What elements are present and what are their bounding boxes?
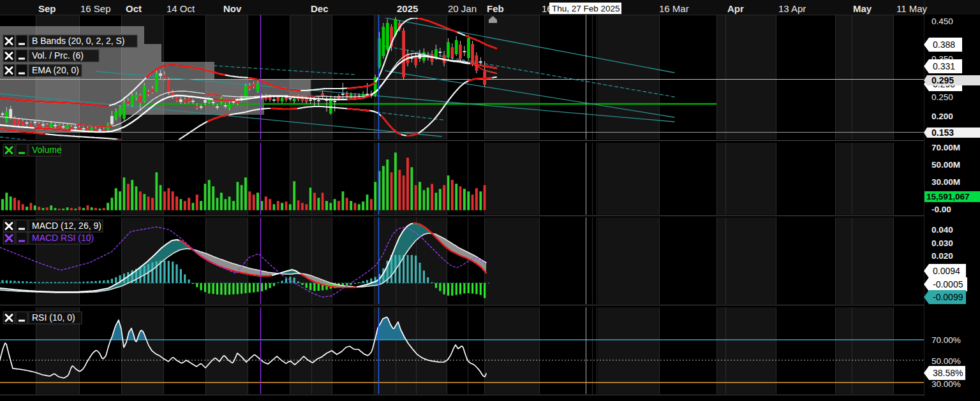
- svg-text:Oct: Oct: [126, 3, 142, 14]
- svg-text:30.00M: 30.00M: [932, 177, 960, 187]
- svg-text:0.030: 0.030: [932, 238, 953, 248]
- svg-text:0.450: 0.450: [932, 17, 953, 26]
- svg-text:EMA (20, 0): EMA (20, 0): [32, 65, 79, 75]
- svg-text:-0.00: -0.00: [932, 205, 951, 214]
- svg-text:Nov: Nov: [223, 3, 242, 14]
- svg-text:May: May: [853, 3, 872, 14]
- svg-text:Feb: Feb: [487, 3, 504, 14]
- svg-text:0.250: 0.250: [932, 92, 953, 102]
- svg-text:13 Apr: 13 Apr: [778, 3, 806, 14]
- svg-text:2025: 2025: [397, 3, 418, 14]
- svg-text:B Bands (20, 0, 2, 2, S): B Bands (20, 0, 2, 2, S): [32, 36, 125, 46]
- svg-text:Thu, 27 Feb 2025: Thu, 27 Feb 2025: [552, 4, 620, 13]
- svg-text:0.388: 0.388: [933, 40, 955, 50]
- svg-text:Sep: Sep: [38, 3, 56, 14]
- svg-text:RSI (10, 0): RSI (10, 0): [32, 312, 75, 323]
- svg-text:11 May: 11 May: [896, 3, 928, 14]
- svg-text:50.00%: 50.00%: [932, 356, 961, 366]
- svg-text:Apr: Apr: [727, 3, 744, 14]
- svg-text:20 Jan: 20 Jan: [448, 3, 477, 14]
- svg-text:15,591,067: 15,591,067: [926, 192, 970, 201]
- svg-text:-0.0005: -0.0005: [933, 279, 963, 289]
- svg-text:MACD RSI (10): MACD RSI (10): [32, 233, 94, 243]
- svg-text:30.00%: 30.00%: [932, 379, 961, 389]
- svg-text:Dec: Dec: [311, 3, 329, 14]
- svg-text:0.153: 0.153: [932, 128, 954, 138]
- svg-text:16 Sep: 16 Sep: [80, 3, 111, 14]
- svg-text:50.00M: 50.00M: [932, 160, 960, 170]
- svg-text:0.020: 0.020: [932, 251, 953, 261]
- svg-text:14 Oct: 14 Oct: [167, 3, 195, 14]
- svg-text:16 Mar: 16 Mar: [659, 3, 689, 14]
- svg-text:38.58%: 38.58%: [933, 368, 963, 378]
- svg-text:-0.0099: -0.0099: [933, 292, 963, 302]
- svg-text:0.0094: 0.0094: [933, 266, 960, 276]
- svg-text:70.00%: 70.00%: [932, 335, 961, 345]
- svg-text:Volume: Volume: [32, 145, 62, 155]
- svg-text:MACD (12, 26, 9): MACD (12, 26, 9): [32, 221, 101, 231]
- svg-text:0.331: 0.331: [933, 61, 955, 71]
- svg-text:0.040: 0.040: [932, 225, 953, 235]
- svg-text:0.295: 0.295: [932, 75, 954, 85]
- svg-text:Vol. / Prc. (6): Vol. / Prc. (6): [32, 50, 84, 61]
- svg-text:0.200: 0.200: [932, 112, 953, 121]
- svg-text:70.00M: 70.00M: [932, 143, 960, 152]
